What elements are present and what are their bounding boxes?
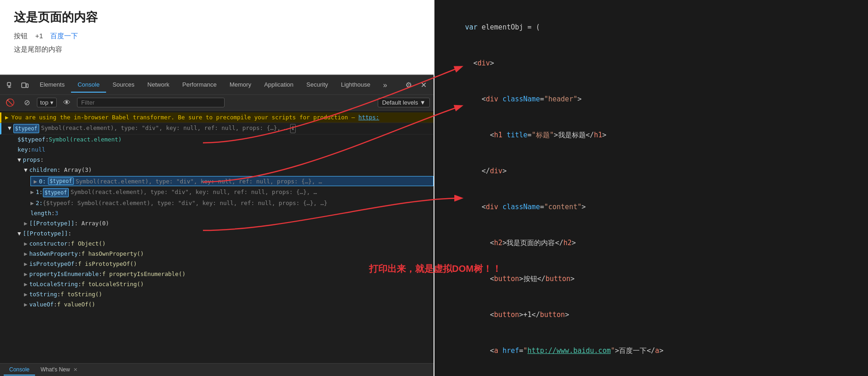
warning-link[interactable]: https: <box>358 114 379 121</box>
code-line-10: <a href="http://www.baidu.com">百度一下</a> <box>448 333 854 369</box>
propertyisenumerable-property: ▶ propertyIsEnumerable: f propertyIsEnum… <box>0 269 434 279</box>
baidu-link[interactable]: 百度一下 <box>50 32 78 40</box>
isprototypeof-property: ▶ isPrototypeOf: f isPrototypeOf() <box>0 259 434 269</box>
key-property: key: null <box>0 145 434 155</box>
proto-array-arrow[interactable]: ▶ <box>24 219 28 228</box>
filter-toggle-icon[interactable]: ⊘ <box>20 96 33 109</box>
proto-arrow[interactable]: ▼ <box>18 229 21 238</box>
warning-line: ▶ You are using the in-browser Babel tra… <box>0 112 434 123</box>
hasown-arrow[interactable]: ▶ <box>24 250 28 258</box>
code-line-9: <button>+1</button> <box>448 297 854 333</box>
proto-property: ▼ [[Prototype]]: <box>0 229 434 239</box>
code-line-8: <button>按钮</button> <box>448 261 854 297</box>
children-2: ▶ 2: {$typeof: Symbol(react.element), ty… <box>0 198 434 208</box>
warning-text: You are using the in-browser Babel trans… <box>12 113 380 122</box>
code-line-5: </div> <box>448 153 854 189</box>
children-0-highlighted: ▶ 0: $typeof Symbol(react.element), type… <box>30 176 434 186</box>
length-property: length: 3 <box>0 208 434 218</box>
code-line-4: <h1 title="标题">我是标题</h1> <box>448 117 854 153</box>
obj-main-line: ▼ $typeof Symbol(react.element), type: "… <box>0 123 434 135</box>
item0-arrow[interactable]: ▶ <box>34 178 37 185</box>
more-tabs-icon[interactable]: » <box>379 79 392 92</box>
bottom-tab-whatsnew[interactable]: What's New ✕ <box>35 364 83 376</box>
tab-console[interactable]: Console <box>71 78 106 93</box>
annotation-text: 打印出来，就是虚拟DOM树！！ <box>369 263 501 275</box>
children-arrow[interactable]: ▼ <box>24 166 28 174</box>
page-title: 这是页面的内容 <box>14 9 420 25</box>
tab-lighthouse[interactable]: Lighthouse <box>334 78 377 93</box>
tostring-property: ▶ toString: f toString() <box>0 289 434 300</box>
typeof-badge-main: $typeof <box>13 124 39 133</box>
whatsnew-close-icon[interactable]: ✕ <box>73 367 77 372</box>
inspect-icon[interactable] <box>4 79 17 92</box>
context-dropdown-icon: ▾ <box>50 99 54 106</box>
tab-elements[interactable]: Elements <box>33 78 71 93</box>
bottom-tab-console[interactable]: Console <box>4 364 35 376</box>
settings-icon[interactable]: ⚙ <box>402 79 415 92</box>
typeof-badge-0: $typeof <box>48 177 74 185</box>
eye-icon[interactable]: 👁 <box>60 96 73 109</box>
tolocale-arrow[interactable]: ▶ <box>24 280 28 288</box>
code-line-2: <div> <box>448 45 854 81</box>
bottom-tabs: Console What's New ✕ <box>0 363 434 376</box>
props-property: ▼ props: <box>0 155 434 165</box>
proto-array: ▶ [[Prototype]]: Array(0) <box>0 218 434 229</box>
clear-console-icon[interactable]: 🚫 <box>4 96 17 109</box>
tostring-arrow[interactable]: ▶ <box>24 290 28 299</box>
context-value: top <box>40 99 48 106</box>
warning-icon: ▶ <box>5 113 9 122</box>
page-footer-text: 这是尾部的内容 <box>14 45 420 54</box>
devtools-panel: Elements Console Sources Network Perform… <box>0 75 434 376</box>
typeof-badge-1: $typeof <box>43 188 69 197</box>
devtools-toolbar: Elements Console Sources Network Perform… <box>0 76 434 95</box>
props-arrow[interactable]: ▼ <box>18 156 21 164</box>
code-line-6: <div className="content"> <box>448 189 854 225</box>
console-filter-input[interactable] <box>77 98 225 107</box>
page-content: 这是页面的内容 按钮 +1 百度一下 这是尾部的内容 <box>0 0 434 74</box>
tab-memory[interactable]: Memory <box>223 78 258 93</box>
children-1: ▶ 1: $typeof Symbol(react.element), type… <box>0 187 434 198</box>
isprototype-arrow[interactable]: ▶ <box>24 260 28 268</box>
ctor-arrow[interactable]: ▶ <box>24 240 28 248</box>
tab-network[interactable]: Network <box>141 78 176 93</box>
propisenum-arrow[interactable]: ▶ <box>24 270 28 278</box>
device-toggle-icon[interactable] <box>18 79 31 92</box>
code-line-3: <div className="header"> <box>448 81 854 117</box>
tab-security[interactable]: Security <box>300 78 334 93</box>
tolocalestring-property: ▶ toLocaleString: f toLocaleString() <box>0 279 434 289</box>
item2-arrow[interactable]: ▶ <box>30 199 34 207</box>
code-line-7: <h2>我是页面的内容</h2> <box>448 225 854 261</box>
close-devtools-icon[interactable]: ✕ <box>417 79 430 92</box>
code-line-11: </div> <box>448 369 854 376</box>
code-panel: var elementObj = ( <div> <div className=… <box>434 0 868 376</box>
valueof-arrow[interactable]: ▶ <box>24 300 28 309</box>
console-toolbar: 🚫 ⊘ top ▾ 👁 Default levels ▼ <box>0 95 434 111</box>
svg-rect-3 <box>22 83 26 88</box>
tab-application[interactable]: Application <box>258 78 300 93</box>
children-property: ▼ children: Array(3) <box>0 165 434 175</box>
console-output[interactable]: ▶ You are using the in-browser Babel tra… <box>0 111 434 363</box>
context-selector[interactable]: top ▾ <box>37 98 57 107</box>
page-links: 按钮 +1 百度一下 <box>14 32 420 41</box>
obj-main-text: Symbol(react.element), type: "div", key:… <box>41 124 287 132</box>
code-line-1: var elementObj = ( <box>448 9 854 45</box>
constructor-property: ▶ constructor: f Object() <box>0 239 434 249</box>
hasownproperty-property: ▶ hasOwnProperty: f hasOwnProperty() <box>0 249 434 259</box>
devtools-tabs: Elements Console Sources Network Perform… <box>33 76 400 94</box>
item1-arrow[interactable]: ▶ <box>30 188 34 196</box>
svg-rect-0 <box>7 82 11 86</box>
typeof-property: $$typeof: Symbol(react.element) <box>0 135 434 145</box>
valueof-property: ▶ valueOf: f valueOf() <box>0 300 434 310</box>
default-levels-button[interactable]: Default levels ▼ <box>378 98 430 107</box>
tab-performance[interactable]: Performance <box>176 78 223 93</box>
tab-sources[interactable]: Sources <box>106 78 141 93</box>
info-icon: ℹ <box>290 124 296 133</box>
obj-expand-arrow[interactable]: ▼ <box>8 124 12 132</box>
svg-rect-4 <box>26 84 28 88</box>
